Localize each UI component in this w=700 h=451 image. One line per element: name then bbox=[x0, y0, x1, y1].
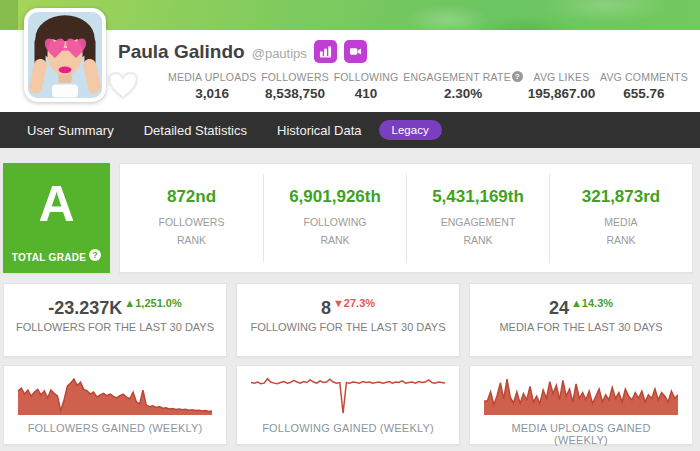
media-uploads-gained-sparkline bbox=[484, 377, 678, 415]
total-grade-card: A TOTAL GRADE? bbox=[3, 163, 110, 273]
stat-media-uploads: MEDIA UPLOADS 3,016 bbox=[168, 71, 256, 101]
video-button[interactable] bbox=[344, 40, 367, 63]
favorite-heart-icon[interactable] bbox=[106, 70, 140, 102]
followers-30day-label: FOLLOWERS FOR THE LAST 30 DAYS bbox=[4, 321, 226, 333]
tab-historical-data[interactable]: Historical Data bbox=[262, 112, 377, 148]
following-gained-label: FOLLOWING GAINED (WEEKLY) bbox=[251, 422, 445, 434]
followers-30day-change: ▲1,251.0% bbox=[124, 297, 181, 309]
profile-name: Paula Galindo bbox=[118, 41, 245, 63]
stat-avg-comments: AVG COMMENTS 655.76 bbox=[600, 71, 688, 101]
profile-handle: @pautips bbox=[252, 46, 307, 61]
media-30day-value: 24 bbox=[549, 298, 569, 318]
media-uploads-gained-card: MEDIA UPLOADS GAINED (WEEKLY) bbox=[469, 365, 693, 445]
grade-help-icon[interactable]: ? bbox=[89, 249, 101, 261]
avatar-illustration bbox=[28, 12, 102, 98]
following-30day-label: FOLLOWING FOR THE LAST 30 DAYS bbox=[237, 321, 459, 333]
main-content: A TOTAL GRADE? 872nd FOLLOWERSRANK 6,901… bbox=[0, 148, 700, 445]
stat-engagement-rate: ENGAGEMENT RATE? 2.30% bbox=[403, 71, 523, 101]
profile-header: Paula Galindo @pautips MEDIA UPLOA bbox=[0, 30, 700, 112]
tab-bar: User Summary Detailed Statistics Histori… bbox=[0, 112, 700, 148]
media-30day-card: 24▲14.3% MEDIA FOR THE LAST 30 DAYS bbox=[469, 283, 693, 357]
grade-letter: A bbox=[3, 179, 110, 229]
following-30day-change: ▼27.3% bbox=[333, 297, 375, 309]
engagement-help-icon[interactable]: ? bbox=[512, 71, 523, 82]
media-rank: 321,873rd MEDIARANK bbox=[549, 174, 692, 262]
media-30day-change: ▲14.3% bbox=[571, 297, 613, 309]
followers-30day-value: -23.237K bbox=[48, 298, 122, 318]
statistics-chart-button[interactable] bbox=[314, 40, 337, 63]
profile-stats: MEDIA UPLOADS 3,016 FOLLOWERS 8,538,750 … bbox=[168, 71, 688, 101]
media-30day-label: MEDIA FOR THE LAST 30 DAYS bbox=[470, 321, 692, 333]
stat-followers: FOLLOWERS 8,538,750 bbox=[261, 71, 329, 101]
video-camera-icon bbox=[349, 45, 362, 58]
stat-following: FOLLOWING 410 bbox=[334, 71, 399, 101]
following-gained-card: FOLLOWING GAINED (WEEKLY) bbox=[236, 365, 460, 445]
following-30day-value: 8 bbox=[321, 298, 331, 318]
ranks-card: 872nd FOLLOWERSRANK 6,901,926th FOLLOWIN… bbox=[119, 163, 693, 273]
following-rank: 6,901,926th FOLLOWINGRANK bbox=[263, 174, 406, 262]
followers-30day-card: -23.237K▲1,251.0% FOLLOWERS FOR THE LAST… bbox=[3, 283, 227, 357]
bar-chart-icon bbox=[319, 45, 332, 58]
stat-avg-likes: AVG LIKES 195,867.00 bbox=[528, 71, 596, 101]
following-30day-card: 8▼27.3% FOLLOWING FOR THE LAST 30 DAYS bbox=[236, 283, 460, 357]
followers-gained-label: FOLLOWERS GAINED (WEEKLY) bbox=[18, 422, 212, 434]
followers-rank: 872nd FOLLOWERSRANK bbox=[120, 174, 263, 262]
followers-gained-sparkline bbox=[18, 377, 212, 415]
tab-detailed-statistics[interactable]: Detailed Statistics bbox=[129, 112, 262, 148]
tab-user-summary[interactable]: User Summary bbox=[12, 112, 129, 148]
followers-gained-card: FOLLOWERS GAINED (WEEKLY) bbox=[3, 365, 227, 445]
legacy-badge[interactable]: Legacy bbox=[379, 120, 442, 140]
grade-label: TOTAL GRADE bbox=[12, 252, 86, 263]
engagement-rank: 5,431,169th ENGAGEMENTRANK bbox=[406, 174, 549, 262]
profile-avatar bbox=[24, 8, 106, 102]
following-gained-sparkline bbox=[251, 377, 445, 415]
media-uploads-gained-label: MEDIA UPLOADS GAINED (WEEKLY) bbox=[484, 422, 678, 446]
